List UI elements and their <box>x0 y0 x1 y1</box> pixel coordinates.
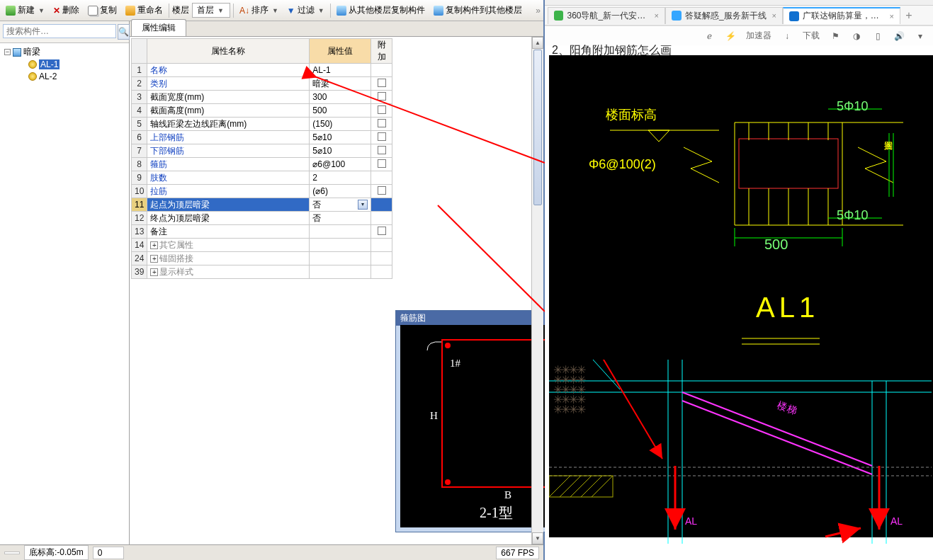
speed-icon[interactable]: ⚡ <box>725 30 736 42</box>
new-button[interactable]: 新建▼ <box>3 3 47 18</box>
search-icon: 🔍 <box>118 27 129 37</box>
browser-tab[interactable]: 答疑解惑_服务新干线× <box>665 7 783 24</box>
sort-button[interactable]: A↓排序▼ <box>237 3 281 18</box>
browser-status-bar: ℯ ⚡加速器 ↓下载 ⚑ ◑ ▯ 🔊 ▾ <box>545 25 933 45</box>
flag-icon[interactable]: ⚑ <box>830 30 841 42</box>
property-row[interactable]: 24+锚固搭接 <box>132 252 392 265</box>
new-tab-button[interactable]: + <box>900 9 917 22</box>
floor-label: 楼层 <box>172 4 189 16</box>
component-tree: − 暗梁 AL-1 AL-2 <box>0 43 129 544</box>
status-bar: 底标高:-0.05m 0 667 FPS <box>0 544 543 560</box>
browser-tab[interactable]: 广联达钢筋算量，板中× <box>783 7 900 24</box>
cad-drawing: 楼面标高 Φ6@100(2) 5Φ10 5Φ10 500 AL1 搁置 <box>549 55 933 537</box>
label-h: H <box>430 410 438 422</box>
rename-button[interactable]: 重命名 <box>123 3 166 18</box>
svg-line-45 <box>592 476 613 497</box>
checkbox[interactable] <box>378 132 386 141</box>
chevron-down-icon: ▼ <box>38 7 45 14</box>
checkbox[interactable] <box>378 79 386 87</box>
property-row[interactable]: 3截面宽度(mm)300 <box>132 91 392 104</box>
scroll-up-icon[interactable]: ▲ <box>532 37 543 49</box>
tree-root[interactable]: − 暗梁 <box>1 46 128 58</box>
property-row[interactable]: 13备注 <box>132 225 392 239</box>
checkbox[interactable] <box>378 119 386 127</box>
cad-label-al1: AL1 <box>756 292 819 324</box>
checkbox[interactable] <box>378 186 386 195</box>
scroll-down-icon[interactable]: ▼ <box>532 532 543 544</box>
delete-button[interactable]: ✕删除 <box>50 3 82 18</box>
collapse-icon[interactable]: − <box>4 49 11 55</box>
component-tree-panel: 🔍 − 暗梁 AL-1 AL-2 <box>0 21 130 544</box>
filter-icon: ▼ <box>287 6 295 16</box>
toolbar-overflow-icon[interactable]: » <box>536 6 541 16</box>
property-row[interactable]: 5轴线距梁左边线距离(mm)(150) <box>132 118 392 131</box>
split-icon[interactable]: ▯ <box>872 30 883 42</box>
restore-icon[interactable]: ◑ <box>851 30 862 42</box>
property-row[interactable]: 8箍筋⌀6@100 <box>132 158 392 171</box>
property-row[interactable]: 9肢数2 <box>132 171 392 185</box>
copy-from-floor-button[interactable]: 从其他楼层复制构件 <box>334 3 428 18</box>
browser-tab[interactable]: 360导航_新一代安全上× <box>548 7 665 24</box>
close-tab-icon[interactable]: × <box>890 12 894 21</box>
col-name: 属性名称 <box>147 39 310 64</box>
checkbox[interactable] <box>378 146 386 154</box>
favicon-icon <box>789 11 799 21</box>
copy-to-icon <box>434 6 443 16</box>
property-row[interactable]: 6上部钢筋5⌀10 <box>132 131 392 144</box>
download-label: 下载 <box>803 30 820 42</box>
filter-button[interactable]: ▼过滤▼ <box>284 3 327 18</box>
glodon-app: 新建▼ ✕删除 复制 重命名 楼层 首层▼ A↓排序▼ ▼过滤▼ 从其他楼层复制… <box>0 0 545 560</box>
svg-line-41 <box>549 476 570 497</box>
property-row[interactable]: 12终点为顶层暗梁否 <box>132 212 392 225</box>
property-row[interactable]: 14+其它属性 <box>132 239 392 252</box>
property-row[interactable]: 4截面高度(mm)500 <box>132 104 392 118</box>
cad-dim-500: 500 <box>764 236 788 253</box>
main-toolbar: 新建▼ ✕删除 复制 重命名 楼层 首层▼ A↓排序▼ ▼过滤▼ 从其他楼层复制… <box>0 0 543 21</box>
cad-label-al: AL <box>685 515 697 527</box>
ie-mode-icon[interactable]: ℯ <box>703 30 715 42</box>
vertical-scrollbar[interactable]: ▲ ▼ <box>531 37 543 544</box>
label-type: 2-1型 <box>480 503 513 522</box>
property-row[interactable]: 2类别暗梁 <box>132 77 392 91</box>
component-icon <box>28 60 37 69</box>
folder-icon <box>13 48 21 57</box>
svg-line-43 <box>570 476 592 497</box>
tab-label: 广联达钢筋算量，板中 <box>803 10 886 22</box>
close-tab-icon[interactable]: × <box>655 11 659 20</box>
svg-rect-8 <box>739 139 838 188</box>
cad-hatch-decoration: ✳✳✳✳✳✳✳✳✳✳✳✳✳✳✳✳✳✳✳✳ <box>553 365 584 415</box>
page-content: 2、阳角附加钢筋怎么画 <box>545 25 933 560</box>
property-row[interactable]: 10拉筋(⌀6) <box>132 185 392 198</box>
checkbox[interactable] <box>378 227 386 235</box>
cad-label-floor: 楼面标高 <box>606 106 657 123</box>
download-icon[interactable]: ↓ <box>781 30 793 42</box>
search-input[interactable] <box>3 24 116 38</box>
favicon-icon <box>554 11 563 21</box>
svg-line-44 <box>581 476 602 497</box>
property-row[interactable]: 11起点为顶层暗梁否▾ <box>132 198 392 212</box>
checkbox[interactable] <box>378 105 386 114</box>
floor-dropdown[interactable]: 首层▼ <box>192 3 230 18</box>
checkbox[interactable] <box>378 159 386 168</box>
tree-item[interactable]: AL-2 <box>1 70 128 82</box>
tab-label: 答疑解惑_服务新干线 <box>685 10 767 22</box>
tree-item[interactable]: AL-1 <box>1 58 128 70</box>
status-zero: 0 <box>93 547 124 559</box>
checkbox[interactable] <box>378 92 386 101</box>
cad-label-stirrup: Φ6@100(2) <box>589 157 656 172</box>
copy-to-floor-button[interactable]: 复制构件到其他楼层 <box>431 3 525 18</box>
delete-icon: ✕ <box>53 6 60 16</box>
property-row[interactable]: 39+显示样式 <box>132 265 392 279</box>
search-button[interactable]: 🔍 <box>118 24 130 40</box>
cad-label-top: 5Φ10 <box>837 99 868 114</box>
volume-icon[interactable]: 🔊 <box>893 30 905 42</box>
property-row[interactable]: 7下部钢筋5⌀10 <box>132 144 392 158</box>
close-tab-icon[interactable]: × <box>772 11 776 20</box>
new-icon <box>6 6 16 16</box>
tab-properties[interactable]: 属性编辑 <box>131 19 186 36</box>
chevron-down-icon: ▼ <box>217 7 224 14</box>
zoom-icon[interactable]: ▾ <box>915 30 926 42</box>
property-row[interactable]: 1名称AL-1 <box>132 64 392 77</box>
label-1: 1# <box>450 358 460 370</box>
copy-button[interactable]: 复制 <box>85 3 120 18</box>
